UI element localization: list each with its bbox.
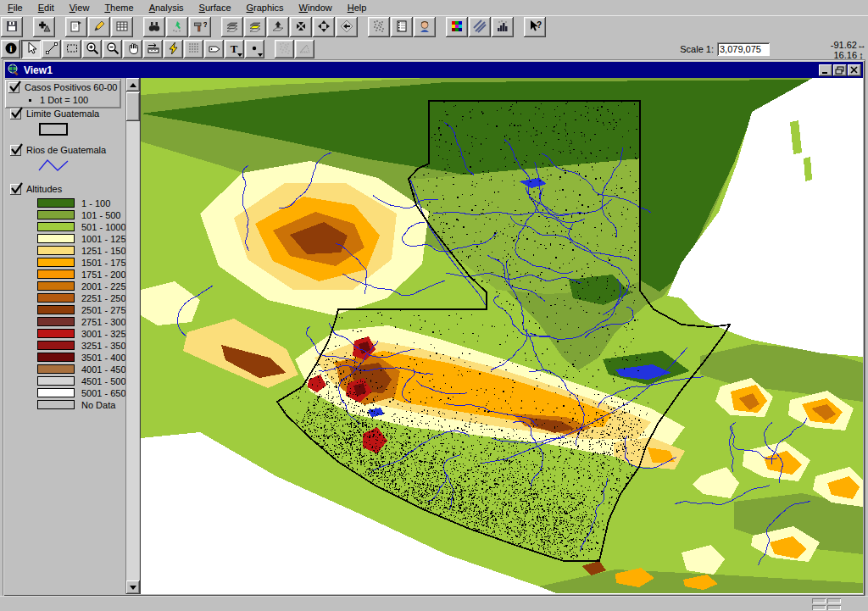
- class-label: 1251 - 1500: [81, 246, 125, 256]
- hatch-icon: [473, 19, 487, 33]
- zoom-out-tool[interactable]: [103, 40, 122, 58]
- pan-tool[interactable]: [123, 40, 142, 58]
- layout-button[interactable]: [391, 17, 413, 37]
- query-icon: ?: [193, 19, 207, 33]
- zoom-active-theme-button[interactable]: [244, 17, 266, 37]
- scroll-up-button[interactable]: [126, 78, 140, 92]
- legend-theme-limite-guatemala[interactable]: Limite Guatemala: [8, 108, 125, 136]
- zoom-previous-button[interactable]: [336, 17, 358, 37]
- map-viewport[interactable]: [140, 78, 863, 594]
- select-feature-tool[interactable]: [62, 40, 81, 58]
- text-tool[interactable]: T: [225, 40, 244, 58]
- menu-file[interactable]: File: [0, 1, 31, 14]
- pointer-tool[interactable]: [21, 40, 41, 58]
- legend-theme-casos-positivos-60-00[interactable]: Casos Positivos 60-001 Dot = 100: [5, 80, 120, 108]
- class-swatch: [37, 269, 75, 279]
- class-swatch: [37, 329, 75, 338]
- theme-properties-button[interactable]: [65, 17, 87, 37]
- menu-surface[interactable]: Surface: [192, 1, 239, 14]
- edit-legend-button[interactable]: [88, 17, 110, 37]
- measure-tool[interactable]: [143, 40, 163, 58]
- menu-graphics[interactable]: Graphics: [239, 1, 292, 14]
- select-area-tool[interactable]: [184, 40, 203, 58]
- view-window-titlebar[interactable]: View1: [5, 62, 863, 78]
- arcview-application: FileEditViewThemeAnalysisSurfaceGraphics…: [0, 0, 868, 611]
- dot-pattern-gray-icon: [278, 42, 292, 55]
- identify-icon: i: [4, 42, 18, 55]
- vertex-edit-tool[interactable]: [42, 40, 61, 58]
- avenue-help-button[interactable]: [414, 17, 436, 37]
- restore-button[interactable]: [833, 64, 847, 76]
- view-globe-icon: [7, 64, 20, 76]
- add-theme-icon: [37, 19, 51, 33]
- legend-class-row: 1751 - 2000: [37, 269, 125, 280]
- class-swatch: [37, 234, 75, 243]
- spatial-analysis-tool-2: [295, 40, 314, 58]
- menu-window[interactable]: Window: [292, 1, 340, 14]
- minimize-button[interactable]: [819, 64, 832, 76]
- save-project-button[interactable]: [1, 17, 23, 37]
- theme-checkbox[interactable]: [10, 108, 21, 119]
- toc-scrollbar[interactable]: [125, 78, 139, 594]
- altitude-classes: 1 - 100101 - 500501 - 10001001 - 1250125…: [8, 197, 125, 410]
- class-swatch: [37, 317, 75, 326]
- hatch-fill-button[interactable]: [469, 17, 491, 37]
- view-window: View1 Casos Positivos 60-001 Dot = 100Li…: [3, 60, 865, 596]
- identify-tool[interactable]: i: [1, 40, 20, 58]
- color-grid-icon: [450, 19, 464, 33]
- scroll-down-button[interactable]: [126, 580, 140, 594]
- label-tool[interactable]: [204, 40, 224, 58]
- legend-theme-rios-de-guatemala[interactable]: Rios de Guatemala: [8, 144, 125, 175]
- legend-colors-button[interactable]: [446, 17, 468, 37]
- river-symbol: [37, 158, 71, 173]
- query-builder-button[interactable]: ?: [189, 17, 211, 37]
- class-label: 2251 - 2500: [81, 293, 125, 303]
- help-pointer-icon: ?: [528, 19, 542, 33]
- class-label: 4501 - 5000: [81, 376, 125, 386]
- menu-analysis[interactable]: Analysis: [142, 1, 192, 14]
- save-icon: [5, 19, 19, 33]
- scale-input[interactable]: [717, 42, 770, 56]
- class-swatch: [37, 258, 75, 267]
- theme-checkbox[interactable]: [8, 82, 19, 93]
- class-label: 2751 - 3000: [81, 317, 125, 327]
- open-theme-table-button[interactable]: [111, 17, 133, 37]
- menu-view[interactable]: View: [62, 1, 97, 14]
- help-pointer-button[interactable]: ?: [524, 17, 546, 37]
- minimize-icon: [819, 64, 832, 76]
- zoom-out-fixed-button[interactable]: [313, 17, 335, 37]
- guatemala-elevation-map: [141, 78, 863, 593]
- label-tag-icon: [208, 42, 221, 55]
- up-down-arrow-icon: ↕: [857, 50, 865, 60]
- histogram-button[interactable]: [492, 17, 514, 37]
- zoom-in-fixed-button[interactable]: [290, 17, 312, 37]
- theme-name: Rios de Guatemala: [26, 144, 106, 156]
- add-theme-button[interactable]: [33, 17, 55, 37]
- zoom-selected-button[interactable]: [267, 17, 289, 37]
- legend-class-row: 3501 - 4000: [37, 352, 125, 363]
- point-icon: [248, 42, 262, 55]
- theme-checkbox[interactable]: [10, 145, 21, 156]
- locate-button[interactable]: [166, 17, 188, 37]
- scroll-thumb[interactable]: [126, 92, 140, 121]
- menu-theme[interactable]: Theme: [97, 1, 141, 14]
- select-features-graphic-button[interactable]: [368, 17, 390, 37]
- zoom-full-extent-button[interactable]: [221, 17, 243, 37]
- measure-icon: [147, 42, 160, 55]
- class-swatch: [37, 364, 75, 374]
- menu-help[interactable]: Help: [340, 1, 375, 14]
- class-swatch: [37, 353, 75, 362]
- close-button[interactable]: [848, 64, 861, 76]
- text-icon: T: [228, 42, 242, 55]
- view-window-title: View1: [24, 64, 818, 76]
- legend-theme-altitudes[interactable]: Altitudes1 - 100101 - 500501 - 10001001 …: [8, 183, 125, 410]
- find-icon: [147, 19, 161, 33]
- zoom-in-tool[interactable]: [82, 40, 102, 58]
- theme-properties-icon: [70, 19, 83, 33]
- hotlink-tool[interactable]: [164, 40, 183, 58]
- theme-checkbox[interactable]: [10, 184, 21, 195]
- menu-edit[interactable]: Edit: [31, 1, 62, 14]
- draw-point-tool[interactable]: [245, 40, 264, 58]
- legend-class-row: 501 - 1000: [37, 221, 125, 232]
- find-button[interactable]: [143, 17, 165, 37]
